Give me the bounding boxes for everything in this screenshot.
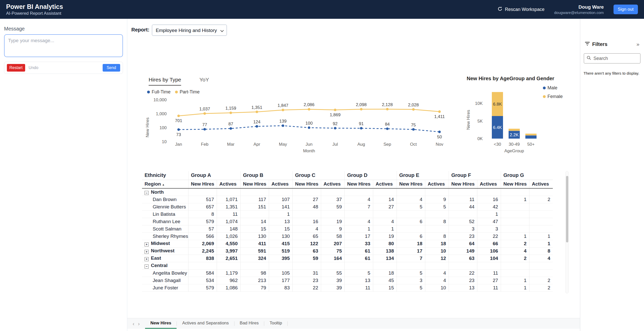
pages-next-icon[interactable]: › bbox=[136, 321, 142, 327]
table-cell: 33 bbox=[344, 240, 373, 247]
page-tabs: New HiresActives and SeparationsBad Hire… bbox=[145, 318, 288, 329]
table-cell: 134 bbox=[373, 255, 397, 262]
table-cell bbox=[425, 262, 449, 269]
row-label-glennie-butters: Glennie Butters bbox=[142, 203, 188, 210]
table-cell: 141 bbox=[269, 203, 292, 210]
table-cell bbox=[529, 225, 553, 233]
page-tab-bad-hires[interactable]: Bad Hires bbox=[234, 318, 264, 329]
table-cell: 1,026 bbox=[217, 233, 240, 240]
filters-search-box bbox=[584, 53, 640, 63]
table-row-central: −Central bbox=[142, 262, 553, 269]
report-select[interactable]: Employee Hiring and History bbox=[152, 25, 227, 36]
filters-search-input[interactable] bbox=[593, 56, 638, 61]
filters-collapse-icon[interactable]: » bbox=[636, 41, 639, 47]
table-cell: 1,179 bbox=[217, 269, 240, 277]
table-cell: 207 bbox=[321, 240, 344, 247]
x-axis-tick-label: <30 bbox=[494, 142, 501, 147]
table-cell: 79 bbox=[240, 284, 269, 291]
table-cell: 37 bbox=[321, 196, 344, 203]
table-cell: 107 bbox=[269, 196, 292, 203]
table-cell: 31 bbox=[292, 269, 321, 277]
data-point bbox=[438, 131, 441, 133]
table-cell bbox=[397, 188, 425, 196]
table-cell: 61 bbox=[344, 247, 373, 255]
table-cell bbox=[269, 188, 292, 196]
table-cell: 5 bbox=[425, 203, 449, 210]
table-cell: 395 bbox=[269, 255, 292, 262]
collapse-icon[interactable]: − bbox=[145, 191, 149, 195]
legend-label: Full-Time bbox=[152, 89, 170, 95]
page-tab-tooltip[interactable]: Tooltip bbox=[264, 318, 287, 329]
view-tab-hires-by-type[interactable]: Hires by Type bbox=[149, 77, 181, 86]
table-cell: 4 bbox=[292, 225, 321, 233]
table-cell: 83 bbox=[269, 284, 292, 291]
expand-icon[interactable]: + bbox=[145, 250, 149, 254]
table-cell: 106 bbox=[477, 247, 501, 255]
page-tab-actives-and-separations[interactable]: Actives and Separations bbox=[177, 318, 234, 329]
report-canvas: Report: Employee Hiring and History Hire… bbox=[127, 19, 580, 331]
x-axis-tick-label: Nov bbox=[436, 142, 444, 147]
table-cell: 16 bbox=[477, 196, 501, 203]
table-cell: 130 bbox=[240, 233, 269, 240]
table-cell: 23 bbox=[292, 277, 321, 284]
data-label: 50 bbox=[437, 135, 442, 139]
collapse-icon[interactable]: − bbox=[145, 264, 149, 269]
table-cell: 15 bbox=[373, 284, 397, 291]
table-cell: 66 bbox=[477, 240, 501, 247]
table-cell: 3,997 bbox=[217, 247, 240, 255]
row-header-region: Region▲ bbox=[142, 180, 188, 188]
row-label-northwest: +Northwest bbox=[142, 247, 188, 255]
table-row-lin-batista: Lin Batista81111 bbox=[142, 210, 553, 218]
value-header-group-e-new-hires: New Hires bbox=[397, 180, 425, 188]
row-label-lin-batista: Lin Batista bbox=[142, 210, 188, 218]
restart-button[interactable]: Restart bbox=[7, 64, 25, 72]
table-scrollbar-thumb[interactable] bbox=[566, 176, 568, 242]
expand-icon[interactable]: + bbox=[145, 242, 149, 246]
table-cell bbox=[321, 188, 344, 196]
legend-dot-icon bbox=[147, 91, 150, 93]
undo-button[interactable]: Undo bbox=[29, 65, 38, 70]
table-row-ruthann-lee: Ruthann Lee5791,0741413161944685247 bbox=[142, 218, 553, 225]
table-scrollbar[interactable] bbox=[565, 171, 569, 293]
sign-out-button[interactable]: Sign out bbox=[614, 5, 638, 14]
table-cell: 8 bbox=[425, 218, 449, 225]
expand-icon[interactable]: + bbox=[145, 257, 149, 261]
data-label: 2,128 bbox=[382, 102, 393, 107]
table-cell bbox=[373, 210, 397, 218]
rescan-workspace-button[interactable]: Rescan Workspace bbox=[497, 6, 545, 13]
table-cell: 16 bbox=[292, 218, 321, 225]
x-axis-tick-label: Mar bbox=[227, 142, 235, 147]
table-cell: 6 bbox=[397, 218, 425, 225]
data-label: 701 bbox=[175, 118, 182, 123]
view-tab-yoy[interactable]: YoY bbox=[199, 77, 209, 86]
table-row-dan-brown: Dan Brown5171,071117107273741449111612 bbox=[142, 196, 553, 203]
table-cell bbox=[425, 188, 449, 196]
data-label: 84 bbox=[385, 122, 390, 127]
page-tab-new-hires[interactable]: New Hires bbox=[145, 318, 177, 329]
pages-prev-icon[interactable]: ‹ bbox=[131, 321, 136, 327]
table-cell: 39 bbox=[321, 284, 344, 291]
x-axis-tick-label: 30-49 bbox=[509, 142, 520, 147]
table-cell: 130 bbox=[269, 233, 292, 240]
message-input[interactable] bbox=[4, 34, 123, 57]
data-label: 91 bbox=[359, 121, 364, 126]
data-point bbox=[177, 128, 180, 131]
table-cell: 6 bbox=[397, 233, 425, 240]
send-button[interactable]: Send bbox=[103, 64, 120, 72]
table-cell: 3 bbox=[477, 225, 501, 233]
x-axis-tick-label: Jan bbox=[175, 142, 182, 147]
x-axis-tick-label: Apr bbox=[254, 142, 260, 147]
data-label: 124 bbox=[253, 120, 260, 124]
data-point bbox=[412, 108, 415, 111]
data-point bbox=[360, 108, 363, 110]
bar-segment-female-50 bbox=[525, 134, 537, 136]
bar-chart-title: New Hires by AgeGroup and Gender bbox=[467, 76, 554, 81]
table-cell: 11 bbox=[477, 269, 501, 277]
table-cell: 59 bbox=[292, 255, 321, 262]
table-row-northwest: +Northwest2,2453,99759151963756113817101… bbox=[142, 247, 553, 255]
table-cell: 47 bbox=[477, 218, 501, 225]
table-row-midwest: +Midwest2,0694,5504114151222073380181864… bbox=[142, 240, 553, 247]
table-cell: 534 bbox=[188, 277, 217, 284]
y-axis-tick-label: 0K bbox=[477, 136, 483, 141]
table-cell: 2 bbox=[501, 240, 529, 247]
